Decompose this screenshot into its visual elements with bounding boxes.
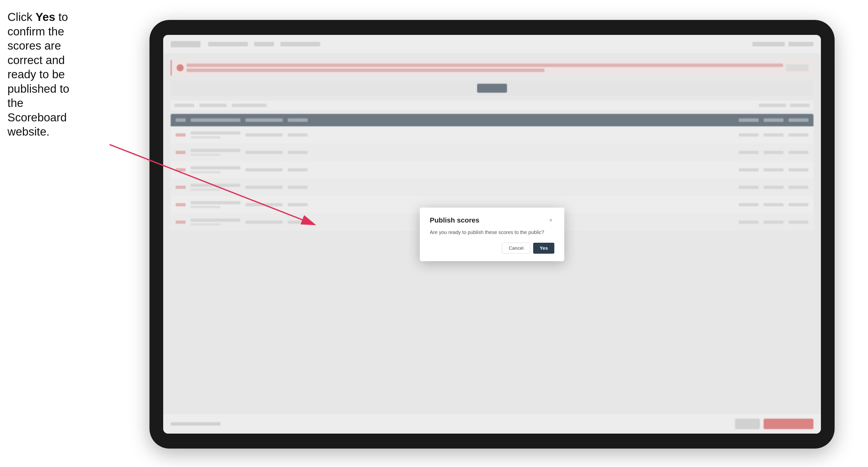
tablet-device: Publish scores × Are you ready to publis… [150, 20, 835, 448]
tablet-screen: Publish scores × Are you ready to publis… [163, 35, 821, 434]
dialog-title: Publish scores [430, 216, 479, 224]
dialog-footer: Cancel Yes [430, 243, 554, 254]
yes-button[interactable]: Yes [533, 243, 554, 254]
instruction-bold: Yes [35, 10, 55, 24]
dialog-close-button[interactable]: × [547, 217, 554, 224]
dialog-header: Publish scores × [430, 216, 554, 224]
publish-dialog: Publish scores × Are you ready to publis… [420, 208, 564, 261]
dialog-overlay: Publish scores × Are you ready to publis… [163, 35, 821, 434]
cancel-button[interactable]: Cancel [502, 243, 530, 254]
dialog-body: Are you ready to publish these scores to… [430, 229, 554, 236]
instruction-text: Click Yes to confirm the scores are corr… [7, 10, 80, 139]
